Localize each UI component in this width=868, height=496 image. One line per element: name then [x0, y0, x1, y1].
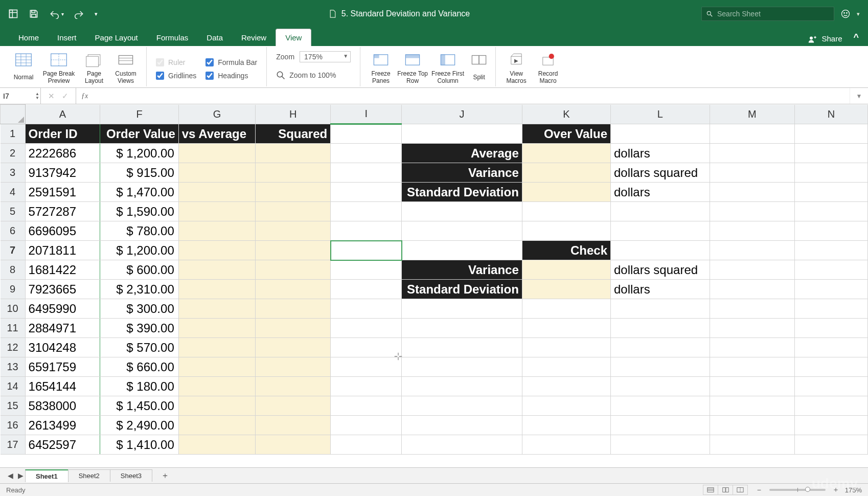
- zoom-slider[interactable]: [769, 489, 826, 491]
- cell-H10[interactable]: [256, 299, 331, 319]
- cell-J14[interactable]: [402, 377, 522, 396]
- cell-L14[interactable]: [610, 377, 710, 396]
- cell-H9[interactable]: [256, 280, 331, 299]
- cell-H13[interactable]: [256, 357, 331, 377]
- cell-L5[interactable]: [610, 202, 710, 221]
- cell-I1[interactable]: [331, 124, 402, 144]
- cell-K13[interactable]: [522, 357, 610, 377]
- cell-J15[interactable]: [402, 396, 522, 416]
- cell-M9[interactable]: [710, 280, 794, 299]
- cell-L8[interactable]: dollars squared: [610, 260, 710, 280]
- record-macro-button[interactable]: Record Macro: [533, 47, 563, 87]
- cell-A6[interactable]: 6696095: [25, 221, 100, 241]
- undo-icon[interactable]: ▾: [49, 9, 64, 19]
- cell-L1[interactable]: [610, 124, 710, 144]
- cell-N13[interactable]: [794, 357, 867, 377]
- cell-K1[interactable]: Over Value: [522, 124, 610, 144]
- add-sheet-button[interactable]: ＋: [157, 470, 173, 481]
- cell-G6[interactable]: [178, 221, 256, 241]
- row-header-16[interactable]: 16: [1, 416, 26, 435]
- cell-K9[interactable]: [522, 280, 610, 299]
- row-header-10[interactable]: 10: [1, 299, 26, 319]
- cell-I11[interactable]: [331, 319, 402, 338]
- zoom-in-button[interactable]: ＋: [832, 485, 840, 494]
- row-header-12[interactable]: 12: [1, 338, 26, 357]
- view-macros-button[interactable]: ▶ View Macros: [501, 47, 532, 87]
- cell-N9[interactable]: [794, 280, 867, 299]
- cell-K16[interactable]: [522, 416, 610, 435]
- name-box[interactable]: I7 ▲▼: [0, 88, 41, 104]
- cell-A9[interactable]: 7923665: [25, 280, 100, 299]
- cell-M17[interactable]: [710, 435, 794, 455]
- col-header-N[interactable]: N: [794, 105, 867, 124]
- cell-L12[interactable]: [610, 338, 710, 357]
- col-header-G[interactable]: G: [178, 105, 256, 124]
- cell-F7[interactable]: $ 1,200.00: [100, 241, 178, 260]
- cell-J13[interactable]: [402, 357, 522, 377]
- cell-F12[interactable]: $ 570.00: [100, 338, 178, 357]
- view-mode-normal[interactable]: [703, 485, 718, 495]
- col-header-H[interactable]: H: [256, 105, 331, 124]
- cell-F3[interactable]: $ 915.00: [100, 163, 178, 183]
- cell-N4[interactable]: [794, 183, 867, 202]
- cell-J17[interactable]: [402, 435, 522, 455]
- cell-J11[interactable]: [402, 319, 522, 338]
- zoom-to-100-button[interactable]: Zoom to 100%: [276, 71, 351, 80]
- cell-H2[interactable]: [256, 144, 331, 163]
- cell-A17[interactable]: 6452597: [25, 435, 100, 455]
- cell-J3[interactable]: Variance: [402, 163, 522, 183]
- view-mode-page-layout[interactable]: [718, 485, 733, 495]
- tab-data[interactable]: Data: [197, 29, 232, 46]
- cell-M15[interactable]: [710, 396, 794, 416]
- cell-L15[interactable]: [610, 396, 710, 416]
- cell-G5[interactable]: [178, 202, 256, 221]
- cell-M13[interactable]: [710, 357, 794, 377]
- row-header-1[interactable]: 1: [1, 124, 26, 144]
- cell-G16[interactable]: [178, 416, 256, 435]
- cell-F1[interactable]: Order Value: [100, 124, 178, 144]
- cell-M12[interactable]: [710, 338, 794, 357]
- cell-K8[interactable]: [522, 260, 610, 280]
- template-icon[interactable]: [8, 9, 18, 19]
- cell-I6[interactable]: [331, 221, 402, 241]
- cell-F2[interactable]: $ 1,200.00: [100, 144, 178, 163]
- tab-page-layout[interactable]: Page Layout: [86, 29, 147, 46]
- cell-A13[interactable]: 6591759: [25, 357, 100, 377]
- cell-H6[interactable]: [256, 221, 331, 241]
- col-header-L[interactable]: L: [610, 105, 710, 124]
- tab-insert[interactable]: Insert: [48, 29, 86, 46]
- cell-N8[interactable]: [794, 260, 867, 280]
- cell-L17[interactable]: [610, 435, 710, 455]
- cell-H11[interactable]: [256, 319, 331, 338]
- cell-A14[interactable]: 1654144: [25, 377, 100, 396]
- cell-I7[interactable]: [331, 241, 402, 260]
- zoom-out-button[interactable]: −: [755, 486, 763, 494]
- cell-G1[interactable]: vs Average: [178, 124, 256, 144]
- cell-F11[interactable]: $ 390.00: [100, 319, 178, 338]
- cell-H8[interactable]: [256, 260, 331, 280]
- cell-K4[interactable]: [522, 183, 610, 202]
- cell-I16[interactable]: [331, 416, 402, 435]
- cell-F5[interactable]: $ 1,590.00: [100, 202, 178, 221]
- row-header-15[interactable]: 15: [1, 396, 26, 416]
- row-header-7[interactable]: 7: [1, 241, 26, 260]
- cell-M3[interactable]: [710, 163, 794, 183]
- cell-J7[interactable]: [402, 241, 522, 260]
- cell-M11[interactable]: [710, 319, 794, 338]
- share-button[interactable]: Share: [808, 34, 842, 46]
- cell-J1[interactable]: [402, 124, 522, 144]
- view-custom-views-button[interactable]: Custom Views: [110, 47, 141, 87]
- cell-G17[interactable]: [178, 435, 256, 455]
- cell-K14[interactable]: [522, 377, 610, 396]
- check-headings[interactable]: Headings: [205, 72, 257, 80]
- tab-review[interactable]: Review: [232, 29, 276, 46]
- cell-H12[interactable]: [256, 338, 331, 357]
- save-icon[interactable]: [29, 9, 39, 19]
- cell-L10[interactable]: [610, 299, 710, 319]
- cell-G3[interactable]: [178, 163, 256, 183]
- cell-F4[interactable]: $ 1,470.00: [100, 183, 178, 202]
- cell-J9[interactable]: Standard Deviation: [402, 280, 522, 299]
- cell-F13[interactable]: $ 660.00: [100, 357, 178, 377]
- row-header-11[interactable]: 11: [1, 319, 26, 338]
- cell-H17[interactable]: [256, 435, 331, 455]
